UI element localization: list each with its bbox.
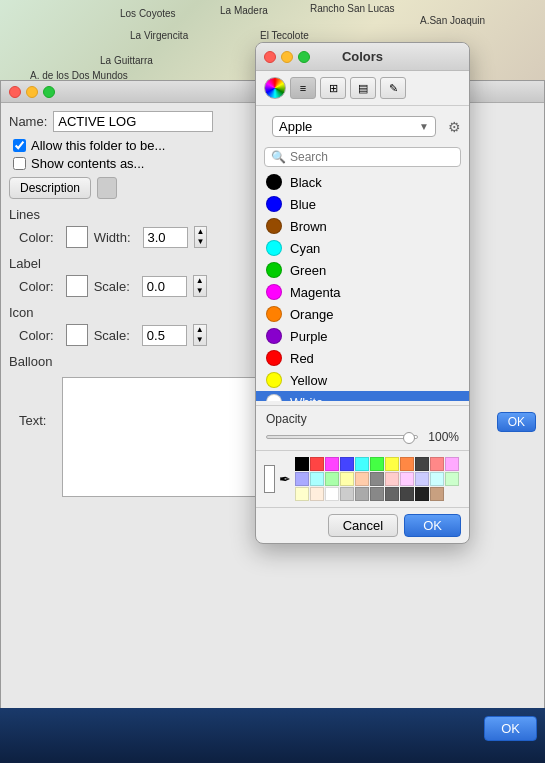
color-list-item[interactable]: Brown [256,215,469,237]
label-scale-label: Scale: [94,279,130,294]
palette-swatch[interactable] [400,472,414,486]
color-sliders-icon[interactable]: ≡ [290,77,316,99]
palette-swatch[interactable] [385,457,399,471]
color-list-item[interactable]: Yellow [256,369,469,391]
maximize-button[interactable] [43,86,55,98]
color-palette [295,457,461,501]
label-scale-input[interactable] [142,276,187,297]
width-input[interactable] [143,227,188,248]
color-crayon-icon[interactable]: ✎ [380,77,406,99]
icon-stepper-up-icon[interactable]: ▲ [194,325,206,335]
color-list-item[interactable]: Black [256,171,469,193]
close-button[interactable] [9,86,21,98]
color-list-item[interactable]: Cyan [256,237,469,259]
stepper-up-icon[interactable]: ▲ [195,227,207,237]
color-list-item[interactable]: Red [256,347,469,369]
label-stepper-down-icon[interactable]: ▼ [194,286,206,296]
width-stepper[interactable]: ▲ ▼ [194,226,208,248]
palette-swatch[interactable] [310,487,324,501]
color-list-dropdown[interactable]: Apple ▼ [272,116,436,137]
name-input[interactable] [53,111,213,132]
palette-swatch[interactable] [445,457,459,471]
map-label: Rancho San Lucas [310,3,395,14]
color-name-label: Purple [290,329,328,344]
icon-scale-stepper[interactable]: ▲ ▼ [193,324,207,346]
color-image-icon[interactable]: ▤ [350,77,376,99]
palette-swatch[interactable] [370,472,384,486]
balloon-textarea[interactable] [62,377,262,497]
label-stepper-up-icon[interactable]: ▲ [194,276,206,286]
search-box[interactable]: 🔍 [264,147,461,167]
palette-swatch[interactable] [310,472,324,486]
palette-swatch[interactable] [355,472,369,486]
eyedropper-button[interactable]: ✒ [279,467,291,491]
palette-swatch[interactable] [325,472,339,486]
color-list-item[interactable]: Orange [256,303,469,325]
opacity-slider[interactable] [266,435,418,439]
color-list-item[interactable]: White [256,391,469,401]
window-ok-button[interactable]: OK [497,412,536,432]
gear-button[interactable]: ⚙ [448,119,461,135]
palette-swatch[interactable] [295,472,309,486]
palette-swatch[interactable] [355,487,369,501]
color-list-item[interactable]: Blue [256,193,469,215]
palette-swatch[interactable] [385,472,399,486]
color-name-label: Green [290,263,326,278]
palette-swatch[interactable] [400,487,414,501]
palette-swatch[interactable] [370,487,384,501]
minimize-button[interactable] [26,86,38,98]
opacity-label: Opacity [266,412,459,426]
lines-color-swatch[interactable] [66,226,88,248]
label-color-swatch[interactable] [66,275,88,297]
palette-swatch[interactable] [430,472,444,486]
color-name-label: Yellow [290,373,327,388]
color-list-item[interactable]: Green [256,259,469,281]
show-contents-checkbox[interactable] [13,157,26,170]
palette-swatch[interactable] [415,457,429,471]
palette-swatch[interactable] [310,457,324,471]
description-tab[interactable]: Description [9,177,91,199]
palette-swatch[interactable] [340,472,354,486]
icon-stepper-down-icon[interactable]: ▼ [194,335,206,345]
palette-swatch[interactable] [325,457,339,471]
palette-swatch[interactable] [415,487,429,501]
colors-maximize-button[interactable] [298,51,310,63]
palette-swatch[interactable] [340,487,354,501]
color-grid-icon[interactable]: ⊞ [320,77,346,99]
palette-swatch[interactable] [445,472,459,486]
palette-swatch[interactable] [370,457,384,471]
palette-swatch[interactable] [415,472,429,486]
search-input[interactable] [290,150,454,164]
map-label: El Tecolote [260,30,309,41]
icon-scale-label: Scale: [94,328,130,343]
colors-minimize-button[interactable] [281,51,293,63]
text-label: Text: [19,413,46,497]
palette-swatch[interactable] [325,487,339,501]
palette-swatch[interactable] [385,487,399,501]
colors-panel: Colors ≡ ⊞ ▤ ✎ Apple ▼ ⚙ 🔍 BlackBlueBrow… [255,42,470,544]
color-dot-icon [266,240,282,256]
palette-swatch[interactable] [400,457,414,471]
palette-swatch[interactable] [340,457,354,471]
palette-swatch[interactable] [355,457,369,471]
label-scale-stepper[interactable]: ▲ ▼ [193,275,207,297]
color-wheel-icon[interactable] [264,77,286,99]
icon-color-swatch[interactable] [66,324,88,346]
allow-folder-checkbox[interactable] [13,139,26,152]
palette-swatch[interactable] [430,487,444,501]
palette-swatch[interactable] [295,457,309,471]
palette-swatch[interactable] [430,457,444,471]
cancel-button[interactable]: Cancel [328,514,398,537]
bottom-swatches-section: ✒ [256,450,469,507]
stepper-down-icon[interactable]: ▼ [195,237,207,247]
color-list-item[interactable]: Magenta [256,281,469,303]
color-name-label: Red [290,351,314,366]
chevron-down-icon: ▼ [419,121,429,132]
color-list-item[interactable]: Purple [256,325,469,347]
colors-close-button[interactable] [264,51,276,63]
icon-scale-input[interactable] [142,325,187,346]
palette-swatch[interactable] [295,487,309,501]
ok-button[interactable]: OK [404,514,461,537]
colors-panel-title: Colors [342,49,383,64]
bottom-ok-button[interactable]: OK [484,716,537,741]
